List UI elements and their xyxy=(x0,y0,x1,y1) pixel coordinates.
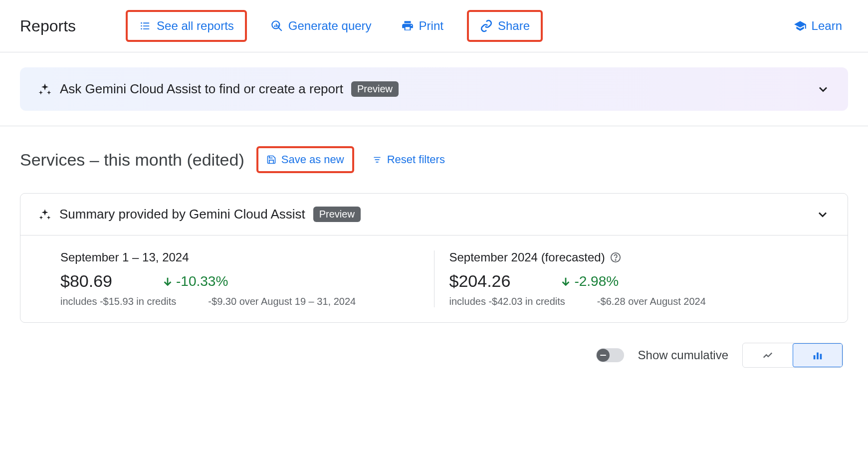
svg-rect-3 xyxy=(143,25,150,26)
line-chart-option[interactable] xyxy=(743,343,793,367)
generate-query-button[interactable]: Generate query xyxy=(264,15,378,37)
divider xyxy=(0,126,868,126)
sparkle-icon xyxy=(38,208,51,221)
summary-card: Summary provided by Gemini Cloud Assist … xyxy=(20,193,848,323)
svg-rect-18 xyxy=(814,355,816,359)
footer-controls: Show cumulative xyxy=(0,323,868,368)
arrow-down-icon xyxy=(162,276,173,287)
print-button[interactable]: Print xyxy=(395,15,449,37)
chevron-down-icon xyxy=(816,208,830,222)
preview-badge: Preview xyxy=(351,81,399,97)
preview-badge: Preview xyxy=(313,207,361,222)
svg-rect-9 xyxy=(276,24,277,27)
credits-right: includes -$42.03 in credits xyxy=(449,296,565,307)
bar-chart-icon xyxy=(810,350,825,361)
generate-label: Generate query xyxy=(288,19,372,33)
summary-left: September 1 – 13, 2024 $80.69 -10.33% in… xyxy=(45,250,434,307)
summary-body: September 1 – 13, 2024 $80.69 -10.33% in… xyxy=(20,235,848,322)
highlight-see-all: See all reports xyxy=(126,10,247,42)
svg-point-2 xyxy=(141,25,142,27)
list-icon xyxy=(139,21,152,31)
period-left: September 1 – 13, 2024 xyxy=(60,250,189,264)
report-title: Services – this month (edited) xyxy=(20,150,244,170)
print-label: Print xyxy=(419,19,443,33)
share-label: Share xyxy=(498,19,530,33)
line-chart-icon xyxy=(760,350,775,361)
compare-right: -$6.28 over August 2024 xyxy=(597,296,706,307)
gemini-prompt: Ask Gemini Cloud Assist to find or creat… xyxy=(60,81,343,97)
delta-right-value: -2.98% xyxy=(574,273,619,289)
gemini-banner[interactable]: Ask Gemini Cloud Assist to find or creat… xyxy=(20,67,848,111)
reset-filters-label: Reset filters xyxy=(387,153,445,166)
credits-left: includes -$15.93 in credits xyxy=(60,296,176,307)
see-all-reports-button[interactable]: See all reports xyxy=(133,15,240,37)
share-button[interactable]: Share xyxy=(474,15,536,37)
learn-icon xyxy=(794,19,807,32)
chart-type-toggle xyxy=(742,343,843,368)
page-title: Reports xyxy=(20,17,76,35)
summary-header[interactable]: Summary provided by Gemini Cloud Assist … xyxy=(20,194,848,235)
help-icon[interactable] xyxy=(610,252,621,263)
reset-filters-button[interactable]: Reset filters xyxy=(366,149,451,170)
save-as-new-label: Save as new xyxy=(281,153,344,166)
toggle-knob xyxy=(597,349,610,362)
save-as-new-button[interactable]: Save as new xyxy=(263,151,347,168)
amount-right: $204.26 xyxy=(449,271,511,291)
filter-icon xyxy=(372,156,382,164)
link-icon xyxy=(480,19,493,32)
report-header: Services – this month (edited) Save as n… xyxy=(0,146,868,173)
delta-right: -2.98% xyxy=(560,273,619,289)
print-icon xyxy=(401,19,414,32)
svg-rect-5 xyxy=(143,28,150,29)
svg-rect-20 xyxy=(820,354,822,359)
chevron-down-icon xyxy=(816,82,830,96)
svg-rect-1 xyxy=(143,22,150,23)
period-right: September 2024 (forecasted) xyxy=(449,250,605,264)
svg-rect-12 xyxy=(375,159,379,160)
amount-left: $80.69 xyxy=(60,271,112,291)
svg-point-4 xyxy=(141,28,142,30)
save-icon xyxy=(266,155,276,165)
svg-rect-10 xyxy=(277,25,278,27)
svg-rect-13 xyxy=(376,162,378,163)
svg-rect-19 xyxy=(817,353,819,360)
compare-left: -$9.30 over August 19 – 31, 2024 xyxy=(208,296,356,307)
highlight-share: Share xyxy=(467,10,543,42)
svg-rect-8 xyxy=(274,25,275,27)
svg-line-7 xyxy=(278,27,282,31)
svg-rect-11 xyxy=(374,157,380,158)
topbar-actions: See all reports Generate query Print Sha… xyxy=(126,10,848,42)
highlight-save-as-new: Save as new xyxy=(256,146,354,173)
delta-left-value: -10.33% xyxy=(176,273,228,289)
see-all-label: See all reports xyxy=(157,19,234,33)
cumulative-label: Show cumulative xyxy=(638,348,728,362)
svg-point-0 xyxy=(141,22,142,24)
bar-chart-option[interactable] xyxy=(793,343,843,367)
arrow-down-icon xyxy=(560,276,571,287)
summary-right: September 2024 (forecasted) $204.26 -2.9… xyxy=(434,250,823,307)
summary-heading: Summary provided by Gemini Cloud Assist xyxy=(59,207,305,222)
topbar: Reports See all reports Generate query P… xyxy=(0,0,868,52)
query-icon xyxy=(270,19,283,32)
cumulative-toggle[interactable] xyxy=(596,348,624,362)
learn-label: Learn xyxy=(812,19,842,33)
delta-left: -10.33% xyxy=(162,273,228,289)
sparkle-icon xyxy=(38,82,52,96)
learn-button[interactable]: Learn xyxy=(788,15,848,37)
svg-point-16 xyxy=(615,259,616,260)
